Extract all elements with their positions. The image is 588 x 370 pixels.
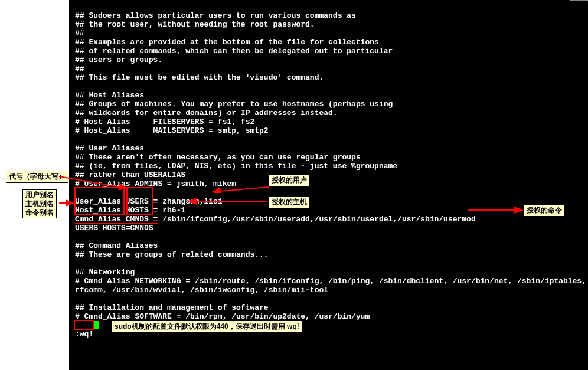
terminal-line: ## <box>75 64 582 73</box>
annotation-auth-cmd: 授权的命令 <box>524 204 565 217</box>
terminal-line: User_Alias USERS = zhangsan,lisi <box>75 197 582 206</box>
terminal-line: Cmnd_Alias CMNDS = /sbin/ifconfig,/usr/s… <box>75 215 582 224</box>
terminal-line <box>75 294 582 303</box>
terminal-line: ## <box>75 29 582 38</box>
terminal-line: ## Examples are provided at the bottom o… <box>75 38 582 47</box>
terminal-line: # Cmnd_Alias NETWORKING = /sbin/route, /… <box>75 277 582 286</box>
terminal-line: USERS HOSTS=CMNDS <box>75 224 582 233</box>
terminal-line: ## Command Aliases <box>75 241 582 250</box>
terminal-line: ## Networking <box>75 268 582 277</box>
terminal-line: Host_Alias HOSTS = rh6-1 <box>75 206 582 215</box>
terminal-line <box>75 259 582 268</box>
terminal-line <box>75 82 582 91</box>
terminal-line: # User_Alias ADMINS = jsmith, mikem <box>75 179 582 188</box>
terminal-line: ## User Aliases <box>75 144 582 153</box>
terminal-line: ## rather than USERALIAS <box>75 171 582 179</box>
terminal-editor[interactable]: ## Sudoers allows particular users to ru… <box>69 0 588 370</box>
terminal-line: ## This file must be edited with the 'vi… <box>75 73 582 82</box>
terminal-line: ## of related commands, which can then b… <box>75 47 582 55</box>
terminal-line: ## wildcards for entire domains) or IP a… <box>75 109 582 117</box>
terminal-line: ## the root user, without needing the ro… <box>75 20 582 29</box>
annotation-alias-labels: 用户别名 主机别名 命令别名 <box>22 189 57 218</box>
annotation-auth-host: 授权的主机 <box>269 196 310 208</box>
terminal-line: ## These are groups of related commands.… <box>75 250 582 259</box>
annotation-code-uppercase: 代号（字母大写） <box>6 171 68 183</box>
terminal-line: rfcomm, /usr/bin/wvdial, /sbin/iwconfig,… <box>75 286 582 294</box>
annotation-wq-tip: sudo机制的配置文件默认权限为440，保存退出时需用 wq! <box>112 320 302 333</box>
terminal-line <box>75 135 582 144</box>
annotation-auth-user: 授权的用户 <box>269 174 310 186</box>
terminal-line: ## users or groups. <box>75 55 582 64</box>
corner-indicator <box>570 0 588 18</box>
terminal-line: ## Groups of machines. You may prefer to… <box>75 100 582 109</box>
terminal-line: # Cmnd_Alias SOFTWARE = /bin/rpm, /usr/b… <box>75 312 582 321</box>
terminal-line: ## Installation and management of softwa… <box>75 303 582 312</box>
terminal-line: ## Sudoers allows particular users to ru… <box>75 11 582 20</box>
terminal-line: ## These aren't often necessary, as you … <box>75 153 582 162</box>
highlight-wq <box>74 320 94 330</box>
terminal-line: # Host_Alias MAILSERVERS = smtp, smtp2 <box>75 126 582 135</box>
cursor <box>94 321 99 329</box>
terminal-line <box>75 188 582 197</box>
terminal-line: ## Host Aliases <box>75 91 582 100</box>
terminal-line: ## (ie, from files, LDAP, NIS, etc) in t… <box>75 162 582 171</box>
terminal-line: # Host_Alias FILESERVERS = fs1, fs2 <box>75 117 582 126</box>
terminal-line <box>75 233 582 241</box>
